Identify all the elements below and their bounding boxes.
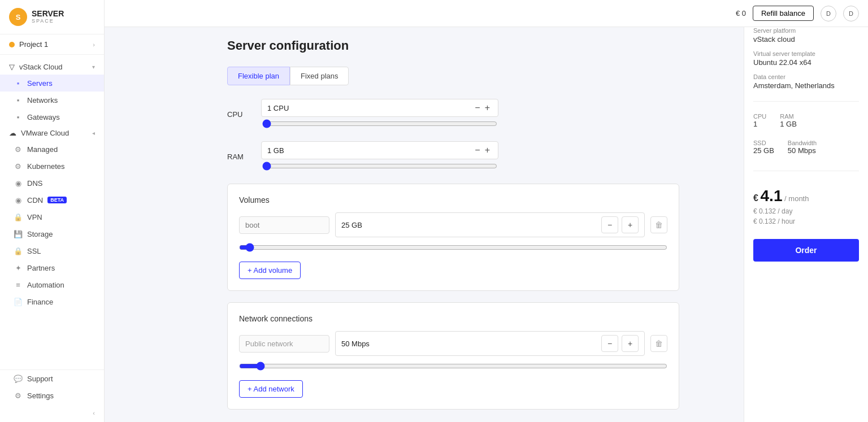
sidebar-item-settings[interactable]: ⚙ Settings [0, 387, 104, 404]
sidebar-item-kubernetes[interactable]: ⚙ Kubernetes [0, 158, 104, 175]
sidebar-item-managed[interactable]: ⚙ Managed [0, 141, 104, 158]
price-currency: € [753, 193, 758, 203]
cdn-icon: ◉ [14, 195, 23, 205]
cpu-increase-button[interactable]: + [483, 103, 492, 113]
datacenter-value: Amsterdam, Netherlands [753, 81, 859, 90]
sidebar: S SERVERSPACE Project 1 › ▽ vStack Cloud… [0, 0, 105, 422]
ram-slider[interactable] [262, 162, 497, 171]
sidebar-collapse-button[interactable]: ‹ [0, 404, 104, 422]
support-icon: 💬 [14, 374, 23, 383]
network-speed-increase-button[interactable]: + [622, 335, 639, 352]
cloud-icon: ▽ [9, 63, 15, 71]
project-arrow-icon: › [93, 41, 95, 48]
network-row: 50 Mbps − + 🗑 [239, 331, 667, 356]
network-slider-wrap [239, 360, 667, 376]
ssd-stat-value: 25 GB [753, 146, 774, 155]
refill-balance-button[interactable]: Refill balance [753, 6, 814, 21]
network-speed-decrease-button[interactable]: − [601, 335, 618, 352]
avatar-d2[interactable]: D [843, 6, 859, 21]
cpu-decrease-button[interactable]: − [472, 103, 482, 113]
volumes-card: Volumes 25 GB − + 🗑 + Add volume [227, 184, 679, 291]
ram-slider-wrap [261, 162, 498, 172]
tab-fixed[interactable]: Fixed plans [290, 67, 349, 85]
sidebar-bottom: 💬 Support ⚙ Settings ‹ [0, 369, 104, 422]
network-slider[interactable] [239, 362, 667, 371]
volume-size-row: 25 GB − + [335, 212, 645, 237]
plan-tabs: Flexible plan Fixed plans [227, 67, 726, 85]
price-section: € 4.1 / month € 0.132 / day € 0.132 / ho… [753, 187, 859, 225]
sidebar-item-partners[interactable]: ✦ Partners [0, 259, 104, 276]
volume-delete-button[interactable]: 🗑 [650, 216, 667, 233]
gateways-icon: ▪ [14, 112, 23, 121]
cpu-ram-stats: CPU 1 RAM 1 GB [753, 113, 859, 128]
platform-label: Server platform [753, 27, 859, 34]
sidebar-item-ssl[interactable]: 🔒 SSL [0, 242, 104, 259]
bandwidth-stat-value: 50 Mbps [788, 146, 817, 155]
volume-slider[interactable] [239, 243, 667, 252]
sidebar-group-vstack[interactable]: ▽ vStack Cloud ▾ [0, 59, 104, 75]
ram-config-row: RAM 1 GB − + [227, 141, 726, 172]
project-name: Project 1 [19, 40, 93, 49]
add-network-button[interactable]: + Add network [239, 380, 303, 398]
cpu-slider-wrap [261, 119, 498, 130]
sidebar-item-automation[interactable]: ≡ Automation [0, 276, 104, 293]
sidebar-item-storage[interactable]: 💾 Storage [0, 225, 104, 242]
dns-icon: ◉ [14, 179, 23, 188]
project-selector[interactable]: Project 1 › [0, 34, 104, 55]
sidebar-item-vpn[interactable]: 🔒 VPN [0, 208, 104, 225]
cpu-value: 1 CPU [267, 104, 472, 112]
logo: S SERVERSPACE [0, 0, 104, 34]
network-delete-button[interactable]: 🗑 [650, 335, 667, 352]
network-speed-value: 50 Mbps [341, 340, 598, 348]
ram-increase-button[interactable]: + [483, 145, 492, 155]
bandwidth-stat: Bandwidth 50 Mbps [788, 140, 817, 155]
volume-name-input[interactable] [239, 216, 329, 234]
sidebar-item-networks[interactable]: ▪ Networks [0, 92, 104, 108]
volume-size-decrease-button[interactable]: − [601, 216, 618, 233]
ssd-bandwidth-stats: SSD 25 GB Bandwidth 50 Mbps [753, 140, 859, 155]
sidebar-item-dns[interactable]: ◉ DNS [0, 175, 104, 192]
datacenter-label: Data center [753, 73, 859, 80]
divider-1 [753, 101, 859, 102]
volume-slider-wrap [239, 242, 667, 257]
ram-value: 1 GB [267, 146, 472, 155]
tab-flexible[interactable]: Flexible plan [227, 67, 290, 85]
platform-section: Server platform vStack cloud [753, 27, 859, 43]
cpu-slider[interactable] [262, 119, 497, 128]
group-arrow-icon: ▾ [92, 64, 95, 70]
ram-stat-value: 1 GB [780, 120, 797, 128]
sidebar-group-vmware[interactable]: ☁ VMware Cloud ◂ [0, 125, 104, 141]
avatar-d1[interactable]: D [821, 6, 836, 21]
finance-icon: 📄 [14, 297, 23, 306]
automation-icon: ≡ [14, 280, 23, 289]
ram-input-row: 1 GB − + [261, 141, 498, 159]
networks-icon: ▪ [14, 95, 23, 105]
sidebar-item-gateways[interactable]: ▪ Gateways [0, 108, 104, 125]
network-title: Network connections [239, 314, 667, 323]
template-section: Virtual server template Ubuntu 22.04 x64 [753, 50, 859, 67]
balance-display: € 0 [736, 9, 746, 18]
price-value: 4.1 [761, 187, 783, 205]
order-button[interactable]: Order [753, 239, 859, 262]
cpu-control: 1 CPU − + [261, 99, 498, 130]
sidebar-item-finance[interactable]: 📄 Finance [0, 293, 104, 310]
template-label: Virtual server template [753, 50, 859, 57]
network-type-input[interactable] [239, 335, 329, 353]
template-value: Ubuntu 22.04 x64 [753, 58, 859, 67]
managed-icon: ⚙ [14, 145, 23, 154]
sidebar-item-support[interactable]: 💬 Support [0, 370, 104, 387]
bandwidth-stat-label: Bandwidth [788, 140, 817, 146]
ram-decrease-button[interactable]: − [472, 145, 482, 155]
vpn-icon: 🔒 [14, 212, 23, 221]
sidebar-item-servers[interactable]: ▪ Servers [0, 75, 104, 92]
add-volume-button[interactable]: + Add volume [239, 262, 301, 279]
kubernetes-icon: ⚙ [14, 162, 23, 171]
network-speed-row: 50 Mbps − + [335, 331, 645, 356]
ram-stat: RAM 1 GB [780, 113, 797, 128]
cpu-stat-label: CPU [753, 113, 766, 120]
page-title: Server configuration [227, 38, 726, 53]
volume-size-increase-button[interactable]: + [622, 216, 639, 233]
sidebar-item-cdn[interactable]: ◉ CDN BETA [0, 192, 104, 208]
right-panel: ⊟ Server platform vStack cloud Virtual s… [744, 0, 868, 422]
cpu-label: CPU [227, 110, 261, 119]
